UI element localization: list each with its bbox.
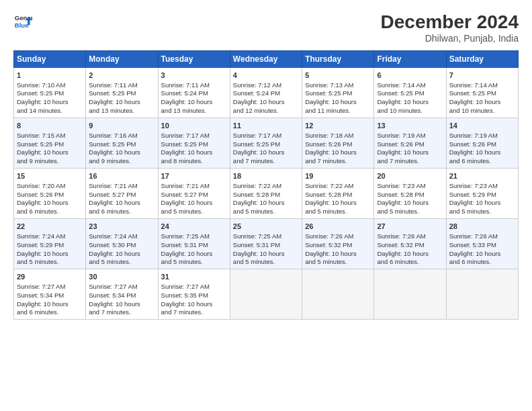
day-info: Daylight: 10 hours xyxy=(305,98,371,107)
day-info: Sunrise: 7:17 AM xyxy=(161,132,227,140)
col-monday: Monday xyxy=(86,50,158,67)
day-info: Sunrise: 7:18 AM xyxy=(305,132,371,140)
day-number: 6 xyxy=(377,71,443,81)
subtitle: Dhilwan, Punjab, India xyxy=(381,33,519,44)
logo-icon: General Blue xyxy=(13,12,32,31)
day-info: Daylight: 10 hours xyxy=(377,148,443,157)
day-number: 4 xyxy=(233,71,299,81)
day-info: and 5 minutes. xyxy=(89,258,154,267)
day-number: 26 xyxy=(305,222,371,232)
week-row-3: 15Sunrise: 7:20 AMSunset: 5:26 PMDayligh… xyxy=(14,168,519,218)
day-info: Sunset: 5:29 PM xyxy=(449,191,515,199)
col-wednesday: Wednesday xyxy=(230,50,302,67)
day-info: Sunset: 5:27 PM xyxy=(89,191,154,199)
day-info: and 6 minutes. xyxy=(17,208,83,216)
day-info: Sunrise: 7:21 AM xyxy=(89,182,154,191)
day-number: 22 xyxy=(17,222,83,232)
calendar-cell: 7Sunrise: 7:14 AMSunset: 5:25 PMDaylight… xyxy=(446,67,518,118)
day-info: Sunset: 5:27 PM xyxy=(161,191,227,199)
day-info: Daylight: 10 hours xyxy=(89,199,154,208)
day-info: and 13 minutes. xyxy=(89,107,154,116)
week-row-2: 8Sunrise: 7:15 AMSunset: 5:25 PMDaylight… xyxy=(14,118,519,168)
day-number: 1 xyxy=(17,71,83,81)
calendar-cell xyxy=(446,269,518,320)
day-info: and 5 minutes. xyxy=(17,258,83,267)
col-thursday: Thursday xyxy=(302,50,374,67)
day-info: Sunrise: 7:11 AM xyxy=(161,81,227,90)
day-info: and 6 minutes. xyxy=(89,208,154,216)
calendar-cell: 25Sunrise: 7:25 AMSunset: 5:31 PMDayligh… xyxy=(230,219,302,269)
day-info: Sunrise: 7:24 AM xyxy=(89,232,154,241)
week-row-5: 29Sunrise: 7:27 AMSunset: 5:34 PMDayligh… xyxy=(14,269,519,320)
calendar-cell: 12Sunrise: 7:18 AMSunset: 5:26 PMDayligh… xyxy=(302,118,374,168)
day-info: Sunrise: 7:26 AM xyxy=(449,232,515,241)
day-info: Daylight: 10 hours xyxy=(377,199,443,208)
day-info: Daylight: 10 hours xyxy=(377,250,443,259)
header: General Blue December 2024 Dhilwan, Punj… xyxy=(13,12,519,44)
day-number: 11 xyxy=(233,121,299,131)
col-sunday: Sunday xyxy=(14,50,86,67)
day-number: 30 xyxy=(89,272,154,282)
day-info: and 7 minutes. xyxy=(377,157,443,166)
day-info: and 11 minutes. xyxy=(305,107,371,116)
calendar-cell: 13Sunrise: 7:19 AMSunset: 5:26 PMDayligh… xyxy=(374,118,446,168)
day-info: Sunrise: 7:27 AM xyxy=(17,283,83,291)
day-info: Sunrise: 7:17 AM xyxy=(233,132,299,140)
day-info: Daylight: 10 hours xyxy=(305,199,371,208)
calendar-cell: 6Sunrise: 7:14 AMSunset: 5:25 PMDaylight… xyxy=(374,67,446,118)
day-info: Sunset: 5:25 PM xyxy=(377,89,443,98)
day-info: Sunrise: 7:20 AM xyxy=(17,182,83,191)
main-title: December 2024 xyxy=(381,12,519,33)
day-info: Sunrise: 7:11 AM xyxy=(89,81,154,90)
day-info: Daylight: 10 hours xyxy=(161,148,227,157)
day-info: and 13 minutes. xyxy=(161,107,227,116)
week-row-4: 22Sunrise: 7:24 AMSunset: 5:29 PMDayligh… xyxy=(14,219,519,269)
day-info: Daylight: 10 hours xyxy=(233,199,299,208)
day-info: Daylight: 10 hours xyxy=(89,300,154,309)
day-info: Sunset: 5:26 PM xyxy=(377,140,443,149)
day-info: Daylight: 10 hours xyxy=(449,199,515,208)
logo: General Blue xyxy=(13,12,32,31)
day-number: 23 xyxy=(89,222,154,232)
calendar-cell: 23Sunrise: 7:24 AMSunset: 5:30 PMDayligh… xyxy=(86,219,158,269)
calendar-cell: 17Sunrise: 7:21 AMSunset: 5:27 PMDayligh… xyxy=(158,168,230,218)
day-info: and 8 minutes. xyxy=(161,157,227,166)
calendar-cell: 22Sunrise: 7:24 AMSunset: 5:29 PMDayligh… xyxy=(14,219,86,269)
day-info: Sunrise: 7:24 AM xyxy=(17,232,83,241)
calendar-cell: 10Sunrise: 7:17 AMSunset: 5:25 PMDayligh… xyxy=(158,118,230,168)
day-info: Sunset: 5:25 PM xyxy=(233,140,299,149)
day-info: Daylight: 10 hours xyxy=(89,148,154,157)
calendar-cell: 14Sunrise: 7:19 AMSunset: 5:26 PMDayligh… xyxy=(446,118,518,168)
day-info: and 7 minutes. xyxy=(305,157,371,166)
day-info: Daylight: 10 hours xyxy=(161,199,227,208)
day-info: Sunset: 5:25 PM xyxy=(17,140,83,149)
day-info: and 5 minutes. xyxy=(449,208,515,216)
day-info: and 5 minutes. xyxy=(161,208,227,216)
day-info: Sunset: 5:33 PM xyxy=(449,241,515,250)
day-info: Sunrise: 7:25 AM xyxy=(161,232,227,241)
day-info: Sunrise: 7:26 AM xyxy=(305,232,371,241)
day-number: 19 xyxy=(305,171,371,181)
header-row: Sunday Monday Tuesday Wednesday Thursday… xyxy=(14,50,519,67)
calendar-table: Sunday Monday Tuesday Wednesday Thursday… xyxy=(13,50,519,320)
day-info: Daylight: 10 hours xyxy=(17,148,83,157)
day-info: Sunset: 5:29 PM xyxy=(17,241,83,250)
day-info: Sunrise: 7:21 AM xyxy=(161,182,227,191)
day-info: and 10 minutes. xyxy=(449,107,515,116)
day-info: Sunrise: 7:22 AM xyxy=(233,182,299,191)
calendar-cell: 3Sunrise: 7:11 AMSunset: 5:24 PMDaylight… xyxy=(158,67,230,118)
day-info: and 6 minutes. xyxy=(377,258,443,267)
day-info: Daylight: 10 hours xyxy=(233,250,299,259)
day-number: 7 xyxy=(449,71,515,81)
day-info: and 5 minutes. xyxy=(233,208,299,216)
day-info: and 9 minutes. xyxy=(17,157,83,166)
day-info: Sunset: 5:28 PM xyxy=(305,191,371,199)
day-info: Sunset: 5:34 PM xyxy=(89,291,154,300)
day-info: and 5 minutes. xyxy=(305,258,371,267)
col-saturday: Saturday xyxy=(446,50,518,67)
day-info: Daylight: 10 hours xyxy=(449,250,515,259)
day-info: and 6 minutes. xyxy=(449,258,515,267)
col-tuesday: Tuesday xyxy=(158,50,230,67)
day-info: Sunset: 5:25 PM xyxy=(89,89,154,98)
day-number: 15 xyxy=(17,171,83,181)
